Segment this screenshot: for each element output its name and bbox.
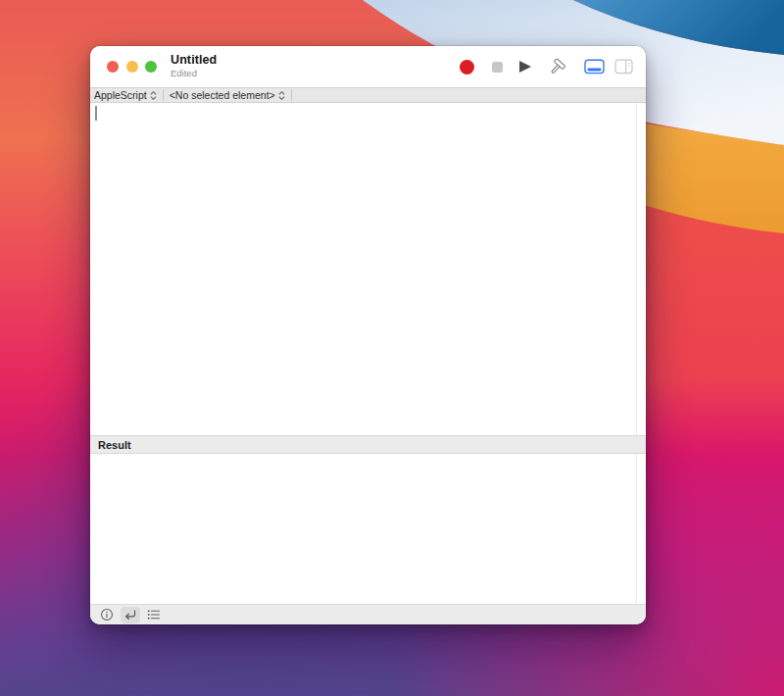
close-button[interactable] [107, 61, 119, 73]
bulleted-list-icon [147, 609, 161, 621]
scrollbar-track-separator [636, 103, 637, 435]
language-popup[interactable]: AppleScript [94, 89, 157, 101]
show-log-button[interactable] [144, 607, 164, 623]
toggle-accessory-pane-button[interactable] [614, 59, 633, 75]
title-block: Untitled Edited [171, 54, 217, 78]
return-arrow-icon [123, 609, 137, 621]
minimize-button[interactable] [126, 61, 138, 73]
zoom-button[interactable] [145, 61, 157, 73]
window-titlebar: Untitled Edited [90, 46, 646, 87]
result-pane-content[interactable] [90, 454, 646, 604]
up-down-chevrons-icon [150, 90, 157, 101]
result-pane-header: Result [90, 435, 646, 454]
element-popup[interactable]: <No selected element> [170, 89, 285, 101]
navbar-divider [163, 89, 164, 101]
language-popup-label: AppleScript [94, 89, 147, 101]
show-result-button[interactable] [121, 607, 140, 623]
text-cursor [95, 106, 97, 121]
window-title: Untitled [171, 54, 217, 68]
up-down-chevrons-icon [278, 90, 285, 101]
stop-button[interactable] [474, 62, 503, 73]
document-status: Edited [171, 69, 217, 78]
navigation-bar: AppleScript <No selected element> [90, 87, 646, 103]
show-description-button[interactable] [97, 607, 117, 623]
run-button[interactable] [503, 61, 531, 73]
stop-icon [492, 62, 503, 73]
bottom-panel-icon [584, 59, 605, 75]
navbar-divider [291, 89, 292, 101]
traffic-lights [107, 61, 157, 73]
script-editor-window: Untitled Edited [90, 46, 646, 624]
scrollbar-track-separator [636, 454, 637, 604]
hammer-icon [547, 57, 567, 77]
info-icon [100, 608, 114, 621]
element-popup-label: <No selected element> [170, 89, 275, 101]
result-label: Result [98, 439, 131, 451]
compile-button[interactable] [547, 57, 567, 77]
record-icon [460, 60, 474, 75]
side-panel-icon [614, 59, 633, 75]
play-icon [519, 61, 531, 73]
record-button[interactable] [460, 60, 474, 75]
toolbar-buttons [460, 57, 646, 77]
accessory-view-bar [90, 604, 646, 624]
script-editor-text-area[interactable] [90, 103, 646, 435]
toggle-result-pane-button[interactable] [584, 59, 605, 75]
